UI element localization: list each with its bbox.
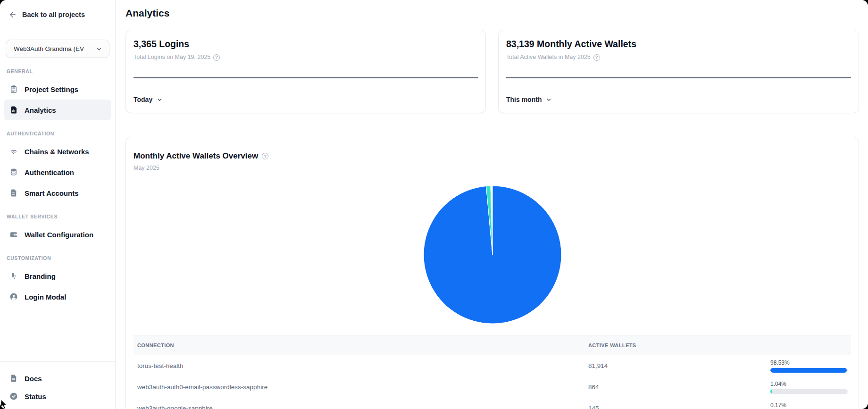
active-wallets-count: 81,914 <box>588 362 770 369</box>
sidebar-item-label: Wallet Configuration <box>25 231 93 239</box>
connection-name: web3auth-google-sapphire <box>134 405 588 409</box>
active-wallets-period-dropdown[interactable]: This month <box>506 96 552 103</box>
back-arrow-icon <box>8 10 17 19</box>
nav-section-label: GENERAL <box>7 68 108 74</box>
app-window: Back to all projects Web3Auth Grandma (E… <box>0 0 868 409</box>
column-header-connection: CONNECTION <box>134 342 588 348</box>
sidebar-item-label: Login Modal <box>25 293 66 301</box>
table-row[interactable]: web3auth-auth0-email-passwordless-sapphi… <box>134 376 851 398</box>
authentication-icon <box>9 168 18 176</box>
logins-period-dropdown[interactable]: Today <box>134 96 163 103</box>
sidebar-item-project-settings[interactable]: Project Settings <box>4 79 111 100</box>
percent-cell: 1.04% <box>770 381 851 394</box>
active-wallets-pie-chart <box>424 186 561 324</box>
chart-baseline <box>506 77 851 78</box>
help-icon[interactable]: ? <box>213 54 220 61</box>
status-icon <box>9 392 18 401</box>
logins-subtitle: Total Logins on May 19, 2025 <box>134 53 210 61</box>
percent-bar <box>770 389 848 394</box>
stat-card-row: 3,365 Logins Total Logins on May 19, 202… <box>125 30 859 113</box>
sidebar-item-authentication[interactable]: Authentication <box>4 162 111 183</box>
table-body: torus-test-health81,91498.53%web3auth-au… <box>134 355 851 409</box>
connection-name: torus-test-health <box>134 362 588 369</box>
sidebar-item-chains-networks[interactable]: Chains & Networks <box>4 141 111 162</box>
monthly-overview-card: Monthly Active Wallets Overview ? May 20… <box>125 137 859 409</box>
percent-cell: 98.53% <box>770 359 851 373</box>
percent-bar-fill <box>770 389 772 394</box>
percent-bar <box>770 368 848 373</box>
sidebar-item-label: Status <box>25 392 46 401</box>
sidebar-item-label: Project Settings <box>25 85 78 93</box>
sidebar-item-smart-accounts[interactable]: Smart Accounts <box>4 183 111 203</box>
smart-accounts-icon <box>9 189 18 197</box>
active-wallets-count: 864 <box>588 384 770 391</box>
chevron-down-icon <box>157 97 163 103</box>
logins-period-value: Today <box>134 96 152 103</box>
percent-label: 1.04% <box>770 381 851 387</box>
logins-value: 3,365 Logins <box>134 38 478 50</box>
active-wallets-subtitle: Total Active Wallets in May 2025 <box>506 53 591 61</box>
nav-section-label: WALLET SERVICES <box>7 214 108 219</box>
docs-icon <box>9 374 18 383</box>
sidebar: Back to all projects Web3Auth Grandma (E… <box>0 0 116 409</box>
project-selector[interactable]: Web3Auth Grandma (EV <box>6 40 109 58</box>
sidebar-item-wallet-configuration[interactable]: Wallet Configuration <box>4 224 111 245</box>
back-to-projects-link[interactable]: Back to all projects <box>0 0 115 29</box>
logins-stat-card: 3,365 Logins Total Logins on May 19, 202… <box>125 30 486 113</box>
help-icon[interactable]: ? <box>262 153 268 159</box>
percent-label: 98.53% <box>770 359 851 366</box>
table-row[interactable]: torus-test-health81,91498.53% <box>134 355 851 376</box>
connection-name: web3auth-auth0-email-passwordless-sapphi… <box>134 384 588 391</box>
table-header-row: CONNECTION ACTIVE WALLETS <box>134 335 851 355</box>
chevron-down-icon <box>546 97 552 103</box>
sidebar-item-label: Smart Accounts <box>25 189 78 197</box>
sidebar-item-label: Branding <box>25 272 56 280</box>
sidebar-item-label: Authentication <box>25 168 74 176</box>
active-wallets-value: 83,139 Monthly Active Wallets <box>506 38 851 50</box>
sidebar-item-status[interactable]: Status <box>4 387 111 405</box>
login-modal-icon <box>9 292 18 301</box>
branding-icon <box>9 272 18 280</box>
chains-networks-icon <box>9 147 18 156</box>
sidebar-item-branding[interactable]: Branding <box>4 266 111 286</box>
chevron-down-icon <box>96 46 102 52</box>
sidebar-item-docs[interactable]: Docs <box>4 369 111 387</box>
pie-chart-svg <box>424 186 561 324</box>
back-to-projects-label: Back to all projects <box>22 11 85 18</box>
sidebar-nav: GENERALProject SettingsAnalyticsAUTHENTI… <box>0 58 115 307</box>
nav-section-label: CUSTOMIZATION <box>7 255 108 261</box>
page-title: Analytics <box>125 8 169 19</box>
sidebar-item-analytics[interactable]: Analytics <box>4 100 111 120</box>
analytics-icon <box>9 106 18 114</box>
sidebar-item-login-modal[interactable]: Login Modal <box>4 286 111 307</box>
active-wallets-stat-card: 83,139 Monthly Active Wallets Total Acti… <box>498 30 859 113</box>
percent-label: 0.17% <box>770 402 851 409</box>
sidebar-footer: DocsStatus <box>0 361 115 409</box>
percent-bar-fill <box>770 368 847 373</box>
active-wallets-period-value: This month <box>506 96 542 103</box>
nav-section-label: AUTHENTICATION <box>7 131 108 136</box>
overview-title: Monthly Active Wallets Overview <box>134 151 258 161</box>
percent-cell: 0.17% <box>770 402 851 409</box>
table-row[interactable]: web3auth-google-sapphire1450.17% <box>134 398 851 409</box>
active-wallets-count: 145 <box>588 405 770 409</box>
overview-subtitle: May 2025 <box>134 165 851 171</box>
wallet-configuration-icon <box>9 230 18 239</box>
project-selector-value: Web3Auth Grandma (EV <box>14 45 84 52</box>
main-content: Analytics 3,365 Logins Total Logins on M… <box>116 0 868 409</box>
sidebar-item-label: Analytics <box>25 106 56 114</box>
sidebar-item-label: Chains & Networks <box>25 148 89 156</box>
connections-table: CONNECTION ACTIVE WALLETS torus-test-hea… <box>134 335 851 409</box>
project-settings-icon <box>9 85 18 93</box>
sidebar-item-label: Docs <box>25 375 42 383</box>
chart-baseline <box>134 77 478 78</box>
column-header-active-wallets: ACTIVE WALLETS <box>588 342 770 348</box>
help-icon[interactable]: ? <box>593 54 600 61</box>
